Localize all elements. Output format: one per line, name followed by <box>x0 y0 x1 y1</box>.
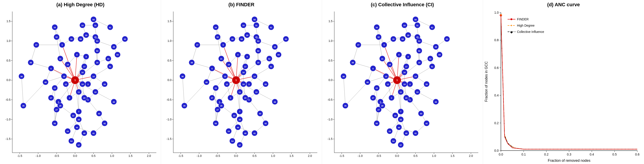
svg-text:26: 26 <box>104 83 106 86</box>
svg-text:0.6: 0.6 <box>635 152 640 156</box>
svg-text:36: 36 <box>342 76 344 78</box>
svg-text:19: 19 <box>404 83 406 86</box>
svg-text:1.0: 1.0 <box>6 39 10 42</box>
svg-text:10: 10 <box>255 91 258 93</box>
svg-text:2.0: 2.0 <box>469 154 473 158</box>
svg-text:0.5: 0.5 <box>414 154 418 158</box>
svg-text:57: 57 <box>400 144 402 146</box>
svg-text:35: 35 <box>22 105 24 107</box>
svg-text:0.0: 0.0 <box>395 154 399 158</box>
svg-text:41: 41 <box>414 132 416 134</box>
svg-text:49: 49 <box>113 46 115 48</box>
svg-text:3: 3 <box>410 83 410 86</box>
svg-text:-0.5: -0.5 <box>6 98 10 101</box>
svg-text:5: 5 <box>62 44 62 46</box>
svg-text:20: 20 <box>244 97 246 99</box>
svg-text:-1.0: -1.0 <box>358 154 362 158</box>
svg-text:32: 32 <box>56 36 58 38</box>
svg-text:0.5: 0.5 <box>328 59 332 62</box>
svg-text:15: 15 <box>418 62 420 64</box>
svg-text:5: 5 <box>222 44 224 46</box>
svg-text:22: 22 <box>394 114 396 117</box>
svg-text:9: 9 <box>88 99 88 101</box>
svg-text:55: 55 <box>215 122 217 124</box>
svg-text:12: 12 <box>386 83 389 86</box>
svg-text:59: 59 <box>116 54 119 56</box>
svg-text:0.4: 0.4 <box>494 94 499 97</box>
svg-text:2: 2 <box>69 97 70 99</box>
svg-text:60: 60 <box>124 38 126 40</box>
svg-text:0: 0 <box>237 54 238 56</box>
svg-text:60: 60 <box>285 38 287 40</box>
svg-text:36: 36 <box>181 76 184 78</box>
svg-text:58: 58 <box>253 18 256 21</box>
svg-text:-1.5: -1.5 <box>328 137 332 140</box>
svg-text:20: 20 <box>83 97 86 99</box>
main-container: (a) High Degree (HD) -1.5-1.0-0.50.00.51… <box>0 0 644 164</box>
svg-text:33: 33 <box>242 24 245 26</box>
svg-text:18: 18 <box>389 64 391 66</box>
svg-text:1: 1 <box>396 79 398 82</box>
svg-text:23: 23 <box>54 87 56 89</box>
panel-b: (b) FINDER -1.5-1.0-0.50.00.51.01.52.0-1… <box>161 0 322 164</box>
svg-text:46: 46 <box>435 101 437 103</box>
svg-text:0.5: 0.5 <box>612 152 617 156</box>
svg-text:40: 40 <box>405 132 408 134</box>
svg-text:6: 6 <box>50 68 52 70</box>
svg-text:49: 49 <box>274 46 276 48</box>
svg-text:0.6: 0.6 <box>494 66 499 70</box>
svg-text:9: 9 <box>248 99 250 101</box>
svg-text:27: 27 <box>56 109 58 111</box>
svg-text:26: 26 <box>264 83 267 86</box>
svg-text:11: 11 <box>238 91 241 93</box>
svg-text:58: 58 <box>414 18 416 21</box>
svg-text:30: 30 <box>231 38 234 40</box>
svg-text:7: 7 <box>239 111 240 113</box>
panel-d-title: (d) ANC curve <box>483 0 644 8</box>
svg-text:52: 52 <box>107 58 109 60</box>
svg-line-555 <box>378 37 382 58</box>
svg-text:31: 31 <box>416 24 418 26</box>
svg-text:28: 28 <box>381 105 384 107</box>
svg-text:7: 7 <box>78 111 80 113</box>
svg-text:37: 37 <box>357 44 359 46</box>
svg-text:1.0: 1.0 <box>110 154 114 158</box>
svg-line-110 <box>96 92 114 102</box>
svg-text:19: 19 <box>82 83 84 86</box>
svg-line-359 <box>182 76 184 106</box>
svg-text:44: 44 <box>398 126 400 129</box>
svg-text:1.0: 1.0 <box>328 39 332 42</box>
svg-text:49: 49 <box>435 46 437 48</box>
svg-text:0.5: 0.5 <box>92 154 96 158</box>
svg-text:23: 23 <box>215 87 217 89</box>
svg-text:13: 13 <box>224 76 226 78</box>
svg-text:36: 36 <box>20 76 22 78</box>
svg-text:41: 41 <box>253 132 256 134</box>
svg-line-570 <box>353 62 373 68</box>
svg-text:1.0: 1.0 <box>271 154 275 158</box>
svg-line-313 <box>218 37 222 58</box>
svg-line-574 <box>345 82 368 106</box>
svg-text:21: 21 <box>220 58 222 60</box>
svg-text:-0.5: -0.5 <box>166 98 172 101</box>
anc-svg: 0.00.10.20.30.40.50.60.00.20.40.60.81.0F… <box>483 8 644 164</box>
svg-text:23: 23 <box>376 87 378 89</box>
graph-b-svg: -1.5-1.0-0.50.00.51.01.52.0-1.5-1.0-0.50… <box>161 8 322 164</box>
svg-text:11: 11 <box>400 91 402 93</box>
svg-text:-1.5: -1.5 <box>339 154 344 158</box>
svg-text:14: 14 <box>253 76 256 78</box>
svg-text:3: 3 <box>248 83 250 86</box>
svg-text:31: 31 <box>94 24 96 26</box>
svg-text:53: 53 <box>418 40 420 42</box>
svg-text:33: 33 <box>404 24 406 26</box>
svg-text:0.0: 0.0 <box>328 78 332 82</box>
svg-text:48: 48 <box>44 81 47 84</box>
svg-text:32: 32 <box>216 36 219 38</box>
svg-text:0.5: 0.5 <box>252 154 256 158</box>
graph-c-svg: -1.5-1.0-0.50.00.51.01.52.0-1.5-1.0-0.50… <box>322 8 483 164</box>
svg-line-601 <box>344 76 345 106</box>
svg-text:-1.5: -1.5 <box>6 137 10 140</box>
svg-text:53: 53 <box>257 40 260 42</box>
svg-text:56: 56 <box>240 38 242 40</box>
svg-text:1.5: 1.5 <box>450 154 454 158</box>
